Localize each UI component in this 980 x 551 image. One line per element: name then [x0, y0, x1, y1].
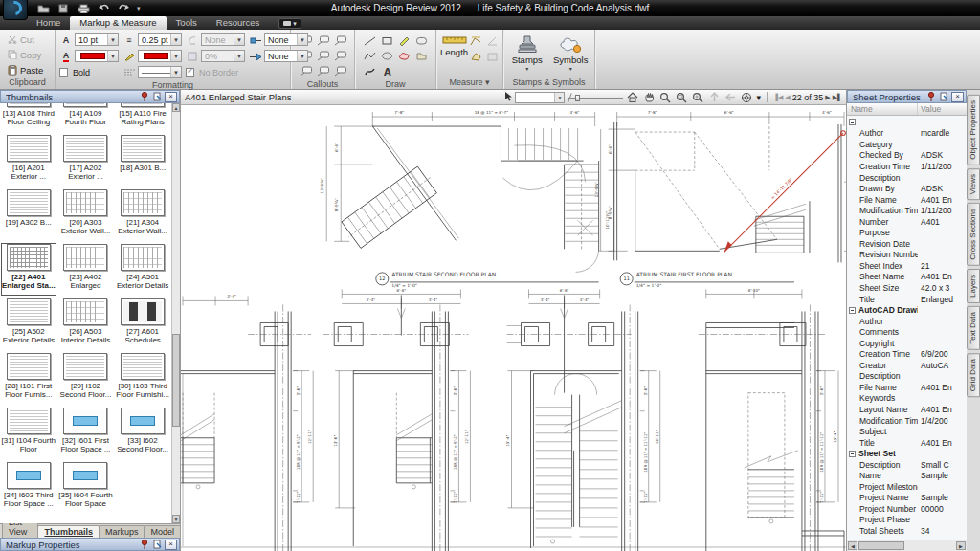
property-row[interactable]: NumberA401 — [847, 216, 967, 228]
callout-cloud-button[interactable] — [332, 33, 348, 48]
side-tab-cross-sections[interactable]: Cross Sections — [967, 203, 980, 266]
property-row[interactable]: Comments — [847, 326, 967, 338]
property-row[interactable]: CreatorAutoCA — [847, 360, 967, 371]
thumbnail-item-17[interactable]: [17] A202 Exterior ... — [57, 133, 115, 187]
first-page-button[interactable]: ▐◀ — [773, 94, 783, 101]
callout-circle-button[interactable] — [315, 33, 331, 48]
measure-polyline-button[interactable] — [468, 33, 483, 48]
line-end-combo[interactable]: None▼ — [264, 50, 308, 62]
zoom-icon[interactable] — [658, 91, 672, 103]
property-row[interactable]: Project Number00000 — [847, 503, 967, 515]
property-row[interactable]: DescriptionSmall C — [847, 459, 967, 471]
screen-capture-button[interactable]: ▾ — [278, 18, 301, 29]
thumbnail-item-22[interactable]: [22] A401 Enlarged Sta... — [0, 242, 57, 297]
tree-collapse-icon[interactable] — [849, 119, 856, 125]
line-style-combo[interactable]: ▼ — [138, 66, 182, 78]
pin-icon[interactable] — [138, 540, 150, 550]
thumbnail-item-33[interactable]: [33] I602 Second Floor... — [114, 406, 171, 460]
quick-access-caret-icon[interactable]: ▾ — [137, 5, 141, 12]
property-row[interactable]: Purpose — [847, 227, 967, 238]
property-row[interactable]: Project NameSample — [847, 493, 967, 504]
scrollbar-thumb[interactable] — [172, 334, 180, 427]
export-icon[interactable] — [151, 540, 164, 550]
side-tab-views[interactable]: Views — [967, 168, 980, 200]
property-row[interactable]: Description — [847, 371, 967, 383]
close-panel-icon[interactable]: × — [951, 92, 964, 102]
export-icon[interactable] — [151, 92, 164, 102]
cut-button[interactable]: Cut — [6, 33, 45, 46]
property-row[interactable]: Sheet Set — [847, 448, 967, 459]
thumbnail-item-34[interactable]: [34] I603 Third Floor Space ... — [0, 460, 57, 515]
properties-column-header[interactable]: Name Value — [847, 103, 967, 116]
copy-button[interactable]: Copy — [6, 48, 45, 61]
property-row[interactable]: Drawn ByADSK — [847, 183, 967, 194]
property-row[interactable]: Sheet NameA401 En — [847, 272, 967, 283]
undo-button[interactable] — [96, 2, 111, 14]
thumbnail-item-14[interactable]: [14] A109 Fourth Floor Ceiling Plan — [57, 103, 115, 133]
property-row[interactable]: TitleA401 En — [847, 437, 967, 449]
previous-view-icon[interactable] — [707, 91, 721, 103]
steering-wheel-icon[interactable] — [740, 91, 753, 103]
tree-collapse-icon[interactable] — [849, 451, 856, 457]
property-row[interactable]: File NameA401 En — [847, 194, 967, 206]
draw-text-button[interactable]: A — [379, 64, 395, 78]
view-combo[interactable]: ▼ — [515, 92, 565, 103]
draw-freehand-button[interactable] — [362, 64, 378, 78]
bold-checkbox[interactable]: Bold — [59, 65, 119, 79]
measure-angle-button[interactable] — [484, 33, 500, 48]
measure-length-button[interactable]: Length — [440, 33, 468, 77]
hscrollbar-thumb[interactable] — [858, 541, 904, 550]
open-button[interactable] — [35, 2, 51, 14]
zoom-slider[interactable] — [568, 93, 623, 102]
callout-cloud-leader-button[interactable] — [332, 49, 348, 63]
thumbnail-item-25[interactable]: [25] A502 Exterior Details — [0, 297, 57, 351]
thumbnail-item-15[interactable]: [15] A110 Fire Rating Plans — [114, 103, 171, 133]
property-row[interactable]: Sheet Size42.0 x 3 — [847, 282, 967, 294]
side-tab-object-properties[interactable]: Object Properties — [967, 95, 980, 165]
left-tab-thumbnails[interactable]: Thumbnails — [37, 525, 100, 538]
pan-icon[interactable] — [642, 91, 656, 103]
zoom-slider-handle[interactable] — [575, 95, 580, 101]
draw-shapes-button[interactable] — [413, 49, 430, 63]
side-tab-text-data[interactable]: Text Data — [967, 306, 980, 350]
pin-icon[interactable] — [138, 92, 150, 102]
property-row[interactable]: Authormcardle — [847, 128, 967, 140]
property-row[interactable]: Description — [847, 172, 967, 184]
property-row[interactable]: Project Phase — [847, 515, 967, 526]
thumbnail-item-30[interactable]: [30] I103 Third Floor Furnishi... — [114, 351, 171, 406]
scroll-right-icon[interactable]: ▶ — [956, 541, 966, 550]
export-icon[interactable] — [938, 92, 950, 102]
property-row[interactable]: File NameA401 En — [847, 382, 967, 393]
property-row[interactable]: Modification Time1/4/200 — [847, 415, 967, 427]
scroll-down-icon[interactable]: ▼ — [172, 515, 180, 523]
thumbnail-item-28[interactable]: [28] I101 First Floor Furnis... — [0, 351, 57, 406]
thumbnail-item-26[interactable]: [26] A503 Interior Details — [57, 297, 115, 351]
no-border-checkbox[interactable]: No Border — [186, 65, 245, 79]
properties-hscrollbar[interactable]: ◀ ▶ — [847, 540, 967, 551]
tab-home[interactable]: Home — [27, 16, 70, 30]
property-row[interactable]: Checked ByADSK — [847, 150, 967, 162]
previous-page-button[interactable]: ◀ — [785, 94, 790, 101]
thumbnail-item-21[interactable]: [21] A304 Exterior Wall... — [114, 187, 171, 242]
line-color-combo[interactable]: ▼ — [138, 50, 182, 62]
measure-area-button[interactable] — [468, 49, 483, 63]
property-row[interactable]: Revision Number — [847, 250, 967, 261]
navigation-caret-icon[interactable]: ▾ — [756, 93, 761, 102]
zoom-rectangle-icon[interactable] — [675, 91, 688, 103]
draw-ellipse-button[interactable] — [379, 49, 395, 63]
property-row[interactable]: Category — [847, 139, 967, 150]
pin-icon[interactable] — [924, 92, 937, 102]
thumbnail-item-13[interactable]: [13] A108 Third Floor Ceiling P... — [0, 103, 57, 133]
property-row[interactable]: NameSample — [847, 471, 967, 482]
property-row[interactable]: Revision Date — [847, 238, 967, 250]
draw-rounded-rect-button[interactable] — [413, 33, 430, 48]
font-color-combo[interactable]: ▼ — [75, 50, 119, 62]
property-row[interactable]: Modification Time1/11/200 — [847, 205, 967, 216]
next-page-button[interactable]: ▶ — [825, 94, 830, 101]
thumbnail-item-35[interactable]: [35] I604 Fourth Floor Space Plan — [57, 460, 115, 515]
line-weight-combo[interactable]: 0.25 pt▼ — [138, 33, 182, 46]
property-row[interactable]: Creation Time1/11/200 — [847, 161, 967, 172]
stamps-button[interactable]: Stamps▾ — [507, 33, 547, 77]
property-row[interactable]: AutoCAD Drawing — [847, 304, 967, 316]
thumbnail-item-27[interactable]: [27] A601 Schedules — [114, 297, 171, 351]
